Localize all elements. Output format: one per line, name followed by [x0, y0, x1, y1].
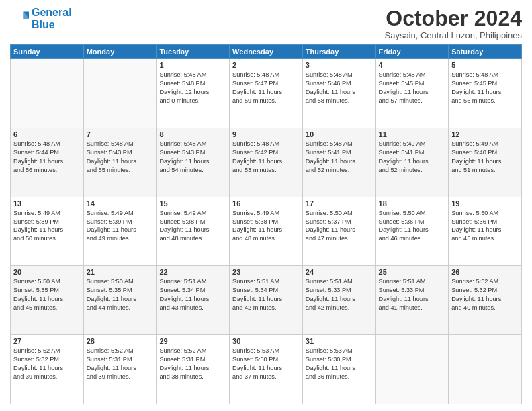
day-number: 29 [159, 337, 226, 345]
logo-line1: General [32, 7, 72, 18]
day-detail: Sunrise: 5:52 AM Sunset: 5:31 PM Dayligh… [159, 347, 226, 381]
day-detail: Sunrise: 5:51 AM Sunset: 5:34 PM Dayligh… [159, 277, 226, 312]
calendar-cell: 14Sunrise: 5:49 AM Sunset: 5:39 PM Dayli… [83, 197, 157, 266]
calendar-cell: 21Sunrise: 5:50 AM Sunset: 5:35 PM Dayli… [83, 266, 157, 335]
day-detail: Sunrise: 5:49 AM Sunset: 5:38 PM Dayligh… [159, 209, 226, 244]
day-number: 8 [159, 130, 226, 138]
logo: General Blue [10, 7, 72, 30]
day-number: 5 [451, 61, 519, 69]
day-number: 28 [87, 337, 154, 345]
day-detail: Sunrise: 5:50 AM Sunset: 5:36 PM Dayligh… [379, 209, 446, 244]
calendar-cell: 10Sunrise: 5:48 AM Sunset: 5:41 PM Dayli… [302, 128, 375, 197]
calendar-cell: 19Sunrise: 5:50 AM Sunset: 5:36 PM Dayli… [449, 197, 522, 266]
day-number: 18 [379, 199, 446, 208]
day-detail: Sunrise: 5:48 AM Sunset: 5:45 PM Dayligh… [451, 71, 519, 105]
header: General Blue October 2024 Saysain, Centr… [10, 7, 522, 40]
day-number: 22 [159, 268, 226, 276]
day-detail: Sunrise: 5:50 AM Sunset: 5:36 PM Dayligh… [451, 209, 519, 244]
calendar-cell: 12Sunrise: 5:49 AM Sunset: 5:40 PM Dayli… [449, 128, 522, 197]
day-number: 6 [13, 130, 81, 138]
calendar-table: Sunday Monday Tuesday Wednesday Thursday… [10, 44, 522, 404]
day-number: 14 [87, 199, 154, 208]
calendar-week-3: 13Sunrise: 5:49 AM Sunset: 5:39 PM Dayli… [11, 197, 522, 266]
calendar-week-4: 20Sunrise: 5:50 AM Sunset: 5:35 PM Dayli… [11, 266, 522, 335]
logo-icon [10, 9, 29, 28]
logo-line2: Blue [32, 19, 55, 30]
day-detail: Sunrise: 5:51 AM Sunset: 5:33 PM Dayligh… [306, 277, 373, 312]
day-detail: Sunrise: 5:48 AM Sunset: 5:47 PM Dayligh… [232, 71, 300, 105]
col-saturday: Saturday [449, 45, 522, 59]
day-number: 24 [306, 268, 373, 276]
day-number: 21 [87, 268, 154, 276]
col-friday: Friday [375, 45, 449, 59]
calendar-week-1: 1Sunrise: 5:48 AM Sunset: 5:48 PM Daylig… [11, 59, 522, 128]
day-detail: Sunrise: 5:48 AM Sunset: 5:42 PM Dayligh… [232, 140, 300, 175]
day-detail: Sunrise: 5:52 AM Sunset: 5:32 PM Dayligh… [451, 277, 519, 312]
calendar-cell: 23Sunrise: 5:51 AM Sunset: 5:34 PM Dayli… [230, 266, 303, 335]
calendar-cell: 8Sunrise: 5:48 AM Sunset: 5:43 PM Daylig… [157, 128, 230, 197]
day-detail: Sunrise: 5:48 AM Sunset: 5:48 PM Dayligh… [159, 71, 226, 105]
calendar-cell: 9Sunrise: 5:48 AM Sunset: 5:42 PM Daylig… [230, 128, 303, 197]
calendar-cell: 13Sunrise: 5:49 AM Sunset: 5:39 PM Dayli… [11, 197, 84, 266]
month-title: October 2024 [384, 7, 522, 30]
day-detail: Sunrise: 5:49 AM Sunset: 5:38 PM Dayligh… [232, 209, 300, 244]
col-tuesday: Tuesday [157, 45, 230, 59]
calendar-cell: 15Sunrise: 5:49 AM Sunset: 5:38 PM Dayli… [157, 197, 230, 266]
calendar-cell: 31Sunrise: 5:53 AM Sunset: 5:30 PM Dayli… [302, 335, 375, 404]
day-detail: Sunrise: 5:50 AM Sunset: 5:35 PM Dayligh… [13, 277, 81, 312]
calendar-cell: 28Sunrise: 5:52 AM Sunset: 5:31 PM Dayli… [83, 335, 157, 404]
calendar-cell: 24Sunrise: 5:51 AM Sunset: 5:33 PM Dayli… [302, 266, 375, 335]
calendar-cell: 26Sunrise: 5:52 AM Sunset: 5:32 PM Dayli… [449, 266, 522, 335]
calendar-cell: 11Sunrise: 5:49 AM Sunset: 5:41 PM Dayli… [375, 128, 449, 197]
day-number: 19 [451, 199, 519, 208]
calendar-cell: 29Sunrise: 5:52 AM Sunset: 5:31 PM Dayli… [157, 335, 230, 404]
day-number: 25 [379, 268, 446, 276]
col-wednesday: Wednesday [230, 45, 303, 59]
day-detail: Sunrise: 5:49 AM Sunset: 5:41 PM Dayligh… [379, 140, 446, 175]
col-monday: Monday [83, 45, 157, 59]
day-detail: Sunrise: 5:52 AM Sunset: 5:31 PM Dayligh… [87, 347, 154, 381]
calendar-cell [375, 335, 449, 404]
location-subtitle: Saysain, Central Luzon, Philippines [384, 30, 522, 40]
day-detail: Sunrise: 5:48 AM Sunset: 5:46 PM Dayligh… [306, 71, 373, 105]
day-number: 1 [159, 61, 226, 69]
calendar-cell: 4Sunrise: 5:48 AM Sunset: 5:45 PM Daylig… [375, 59, 449, 128]
day-detail: Sunrise: 5:49 AM Sunset: 5:40 PM Dayligh… [451, 140, 519, 175]
page: General Blue October 2024 Saysain, Centr… [0, 0, 532, 411]
calendar-cell: 2Sunrise: 5:48 AM Sunset: 5:47 PM Daylig… [230, 59, 303, 128]
calendar-cell: 5Sunrise: 5:48 AM Sunset: 5:45 PM Daylig… [449, 59, 522, 128]
calendar-cell: 27Sunrise: 5:52 AM Sunset: 5:32 PM Dayli… [11, 335, 84, 404]
calendar-cell [11, 59, 84, 128]
calendar-body: 1Sunrise: 5:48 AM Sunset: 5:48 PM Daylig… [11, 59, 522, 404]
day-number: 10 [306, 130, 373, 138]
calendar-cell: 18Sunrise: 5:50 AM Sunset: 5:36 PM Dayli… [375, 197, 449, 266]
day-number: 31 [306, 337, 373, 345]
day-number: 17 [306, 199, 373, 208]
day-detail: Sunrise: 5:51 AM Sunset: 5:33 PM Dayligh… [379, 277, 446, 312]
calendar-cell: 3Sunrise: 5:48 AM Sunset: 5:46 PM Daylig… [302, 59, 375, 128]
day-number: 3 [306, 61, 373, 69]
day-number: 7 [87, 130, 154, 138]
day-number: 9 [232, 130, 300, 138]
calendar-cell: 6Sunrise: 5:48 AM Sunset: 5:44 PM Daylig… [11, 128, 84, 197]
day-detail: Sunrise: 5:53 AM Sunset: 5:30 PM Dayligh… [306, 347, 373, 381]
day-number: 23 [232, 268, 300, 276]
calendar-cell: 20Sunrise: 5:50 AM Sunset: 5:35 PM Dayli… [11, 266, 84, 335]
day-detail: Sunrise: 5:50 AM Sunset: 5:35 PM Dayligh… [87, 277, 154, 312]
day-number: 11 [379, 130, 446, 138]
day-number: 27 [13, 337, 81, 345]
header-row: Sunday Monday Tuesday Wednesday Thursday… [11, 45, 522, 59]
calendar-cell: 25Sunrise: 5:51 AM Sunset: 5:33 PM Dayli… [375, 266, 449, 335]
day-number: 13 [13, 199, 81, 208]
day-number: 20 [13, 268, 81, 276]
day-number: 4 [379, 61, 446, 69]
calendar-cell: 22Sunrise: 5:51 AM Sunset: 5:34 PM Dayli… [157, 266, 230, 335]
day-detail: Sunrise: 5:52 AM Sunset: 5:32 PM Dayligh… [13, 347, 81, 381]
col-thursday: Thursday [302, 45, 375, 59]
calendar-cell: 16Sunrise: 5:49 AM Sunset: 5:38 PM Dayli… [230, 197, 303, 266]
calendar-cell [83, 59, 157, 128]
day-number: 30 [232, 337, 300, 345]
day-detail: Sunrise: 5:53 AM Sunset: 5:30 PM Dayligh… [232, 347, 300, 381]
calendar-cell: 30Sunrise: 5:53 AM Sunset: 5:30 PM Dayli… [230, 335, 303, 404]
calendar-week-5: 27Sunrise: 5:52 AM Sunset: 5:32 PM Dayli… [11, 335, 522, 404]
